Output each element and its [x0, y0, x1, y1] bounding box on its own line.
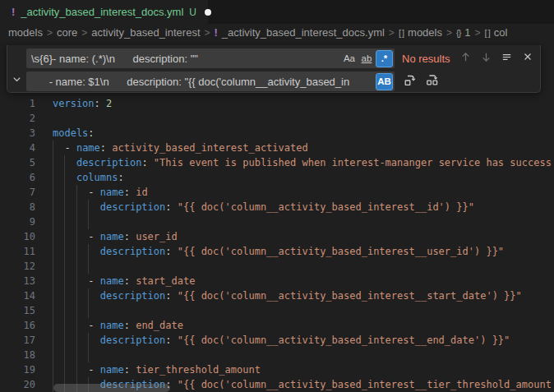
code-line[interactable]: 8 description: "{{ doc('column__activity…: [0, 200, 554, 214]
code-line[interactable]: 11 description: "{{ doc('column__activit…: [0, 244, 554, 259]
token-str: "{{ doc('column__activity_based_interest…: [178, 201, 474, 213]
code-line[interactable]: 19 - name: tier_threshold_amount: [0, 362, 554, 377]
code-line[interactable]: 17 description: "{{ doc('column__activit…: [0, 333, 554, 348]
code-line[interactable]: 13 - name: start_date: [0, 274, 554, 288]
indent-guide: [64, 318, 65, 333]
code-line[interactable]: 10 - name: user_id: [0, 229, 554, 244]
replace-input[interactable]: [26, 71, 375, 91]
token-pun: :: [95, 98, 106, 109]
breadcrumb-item-models[interactable]: models: [8, 26, 43, 39]
replace-all-icon: [426, 73, 439, 90]
line-content: [53, 348, 554, 362]
line-content: [53, 303, 554, 318]
code-line[interactable]: 15: [0, 303, 554, 318]
breadcrumb-label: 1: [464, 26, 470, 39]
indent-guide: [53, 274, 53, 288]
breadcrumb-item-activity_based_interest[interactable]: activity_based_interest: [91, 26, 200, 39]
code-line[interactable]: 12: [0, 259, 554, 274]
line-number: 2: [0, 111, 35, 126]
code-line[interactable]: 5 description: "This event is published …: [0, 155, 554, 170]
breadcrumb-item-1[interactable]: {}1: [456, 26, 471, 39]
indent-guide: [88, 200, 89, 214]
editor[interactable]: Aa ab .* No results: [0, 41, 554, 392]
indent-guide: [53, 170, 53, 185]
line-number: 20: [0, 377, 35, 392]
breadcrumb-label: models: [8, 26, 43, 39]
breadcrumb-item-models[interactable]: [ ]models: [399, 26, 442, 39]
replace-button[interactable]: [401, 73, 418, 90]
yaml-symbol-icon: !: [215, 26, 218, 39]
code-line[interactable]: 16 - name: end_date: [0, 318, 554, 333]
indent-guide: [76, 274, 77, 288]
selection-icon: [501, 51, 513, 67]
token-pun: :: [124, 364, 136, 376]
array-symbol-icon: [ ]: [399, 28, 404, 38]
array-symbol-icon: [ ]: [485, 28, 490, 38]
code-line[interactable]: 6 columns:: [0, 170, 554, 185]
token-pun: -: [88, 275, 99, 287]
code-line[interactable]: 18: [0, 348, 554, 362]
object-symbol-icon: {}: [456, 28, 460, 38]
line-content: [53, 259, 554, 274]
code-line[interactable]: 2: [0, 111, 554, 126]
token-key: name: [100, 275, 124, 287]
preserve-case-button[interactable]: AB: [376, 73, 393, 90]
line-content: version: 2: [53, 96, 554, 111]
find-in-selection-button[interactable]: [498, 50, 515, 67]
token-num: 2: [106, 98, 112, 109]
toggle-replace-button[interactable]: [7, 45, 26, 92]
find-input[interactable]: [26, 48, 340, 68]
breadcrumb-label: activity_based_interest: [91, 26, 200, 39]
indent-guide: [64, 185, 65, 200]
breadcrumb-item-core[interactable]: core: [57, 26, 77, 39]
indent-guide: [53, 303, 53, 318]
token-key: name: [100, 364, 124, 376]
breadcrumb-item-_activity_based_interest_docs.yml[interactable]: !_activity_based_interest_docs.yml: [215, 26, 385, 39]
breadcrumb-separator-icon: >: [446, 27, 452, 39]
indent-guide: [88, 333, 89, 348]
line-content: description: "{{ doc('column__activity_b…: [53, 200, 554, 214]
token-key: description: [100, 334, 165, 346]
replace-all-button[interactable]: [423, 73, 441, 90]
token-key: description: [76, 157, 141, 168]
token-pun: :: [88, 127, 94, 139]
find-input-box: Aa ab .*: [26, 48, 395, 68]
indent-guide: [88, 288, 89, 303]
next-match-button[interactable]: [478, 50, 495, 67]
line-number: 18: [0, 348, 35, 362]
line-number: 16: [0, 318, 35, 333]
indent-guide: [53, 141, 53, 155]
find-widget: Aa ab .* No results: [7, 45, 541, 93]
previous-match-button[interactable]: [457, 50, 474, 67]
line-content: description: "{{ doc('column__activity_b…: [53, 333, 554, 348]
token-pun: :: [124, 231, 136, 242]
token-str: "{{ doc('column__activity_based_interest…: [178, 334, 510, 346]
code-line[interactable]: 3models:: [0, 126, 554, 141]
indent-guide: [76, 185, 77, 200]
token-str: tier_threshold_amount: [136, 364, 261, 376]
line-number: 11: [0, 244, 35, 259]
token-key: version: [53, 98, 95, 109]
line-content: description: "{{ doc('column__activity_b…: [53, 244, 554, 259]
code-line[interactable]: 14 description: "{{ doc('column__activit…: [0, 288, 554, 303]
indent-guide: [76, 200, 77, 214]
code-line[interactable]: 4 - name: activity_based_interest_activa…: [0, 141, 554, 155]
close-find-widget-button[interactable]: [519, 50, 536, 67]
regex-button[interactable]: .*: [376, 50, 393, 67]
whole-word-button[interactable]: ab: [358, 50, 375, 67]
breadcrumb-item-col[interactable]: [ ]col: [485, 26, 508, 39]
indent-guide: [64, 348, 65, 362]
tab-active-file[interactable]: ! _activity_based_interest_docs.yml U: [0, 0, 208, 24]
indent-guide: [76, 362, 77, 377]
code-line[interactable]: 1version: 2: [0, 96, 554, 111]
indent-guide: [53, 229, 53, 244]
modified-dot-icon[interactable]: [205, 9, 211, 16]
indent-guide: [76, 244, 77, 259]
match-case-button[interactable]: Aa: [341, 50, 358, 67]
line-content: - name: tier_threshold_amount: [53, 362, 554, 377]
breadcrumb-label: col: [494, 26, 508, 39]
code-line[interactable]: 9: [0, 214, 554, 229]
line-number: 6: [0, 170, 35, 185]
code-line[interactable]: 7 - name: id: [0, 185, 554, 200]
horizontal-scrollbar[interactable]: [53, 384, 170, 392]
